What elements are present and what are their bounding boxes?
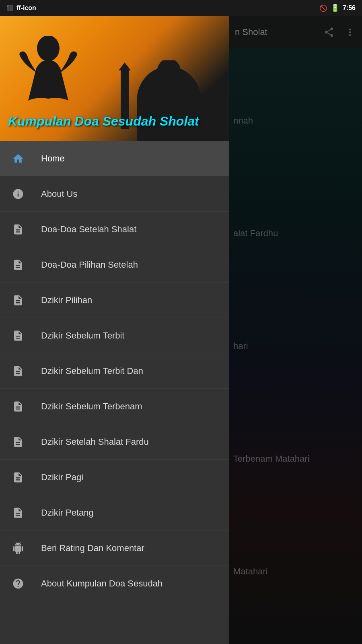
menu-item-dzikir-setelah-shalat-fardu[interactable]: Dzikir Setelah Shalat Fardu — [0, 424, 229, 460]
document-icon-4 — [10, 327, 27, 344]
menu-item-about-us[interactable]: About Us — [0, 176, 229, 212]
menu-item-beri-rating[interactable]: Beri Rating Dan Komentar — [0, 530, 229, 566]
menu-label-dzikir-sebelum-terbit-dan: Dzikir Sebelum Terbit Dan — [41, 366, 143, 376]
menu-label-about-us: About Us — [41, 189, 78, 199]
document-icon-9 — [10, 504, 27, 521]
document-icon-3 — [10, 292, 27, 309]
time-display: 7:56 — [343, 4, 356, 12]
status-bar: ⬛ ff-icon 🚫 🔋 7:56 — [0, 0, 362, 16]
menu-label-doa-setelah-shalat: Doa-Doa Setelah Shalat — [41, 224, 136, 235]
menu-label-dzikir-pilihan: Dzikir Pilihan — [41, 295, 92, 305]
document-icon-6 — [10, 398, 27, 415]
document-icon-1 — [10, 221, 27, 238]
status-left: ⬛ ff-icon — [6, 4, 36, 12]
svg-marker-2 — [119, 62, 131, 70]
menu-label-dzikir-petang: Dzikir Petang — [41, 508, 94, 518]
menu-label-dzikir-setelah-shalat-fardu: Dzikir Setelah Shalat Fardu — [41, 437, 149, 447]
menu-label-doa-pilihan: Doa-Doa Pilihan Setelah — [41, 260, 138, 270]
document-icon-2 — [10, 256, 27, 273]
menu-item-home[interactable]: Home — [0, 141, 229, 176]
menu-item-dzikir-sebelum-terbit[interactable]: Dzikir Sebelum Terbit — [0, 318, 229, 353]
menu-label-about-kumpulan: About Kumpulan Doa Sesudah — [41, 578, 162, 589]
app-title: Kumpulan Doa Sesudah Sholat — [8, 114, 199, 129]
menu-label-beri-rating: Beri Rating Dan Komentar — [41, 543, 144, 553]
status-right: 🚫 🔋 7:56 — [319, 4, 356, 12]
menu-item-dzikir-sebelum-terbit-dan[interactable]: Dzikir Sebelum Terbit Dan — [0, 353, 229, 389]
menu-item-doa-setelah-shalat[interactable]: Doa-Doa Setelah Shalat — [0, 212, 229, 247]
svg-point-0 — [37, 36, 60, 61]
menu-label-home: Home — [41, 153, 65, 164]
menu-item-doa-pilihan[interactable]: Doa-Doa Pilihan Setelah — [0, 247, 229, 283]
help-icon — [10, 575, 27, 592]
document-icon-8 — [10, 469, 27, 486]
menu-item-dzikir-petang[interactable]: Dzikir Petang — [0, 495, 229, 530]
document-icon-5 — [10, 363, 27, 380]
home-icon — [10, 150, 27, 167]
info-icon — [10, 186, 27, 202]
ff-label: ff-icon — [16, 4, 36, 12]
menu-item-dzikir-pilihan[interactable]: Dzikir Pilihan — [0, 283, 229, 318]
menu-item-about-kumpulan[interactable]: About Kumpulan Doa Sesudah — [0, 566, 229, 601]
screen-icon: ⬛ — [6, 5, 13, 11]
menu-label-dzikir-sebelum-terbenam: Dzikir Sebelum Terbenam — [41, 401, 142, 412]
drawer-header: Kumpulan Doa Sesudah Sholat — [0, 16, 229, 141]
navigation-drawer: Kumpulan Doa Sesudah Sholat Home About U… — [0, 16, 229, 644]
battery-icon: 🔋 — [331, 4, 339, 12]
menu-label-dzikir-pagi: Dzikir Pagi — [41, 472, 83, 483]
android-icon — [10, 540, 27, 557]
drawer-menu: Home About Us Doa-Doa Setelah Shalat — [0, 141, 229, 644]
mosque-silhouette — [117, 60, 205, 141]
menu-label-dzikir-sebelum-terbit: Dzikir Sebelum Terbit — [41, 330, 124, 341]
document-icon-7 — [10, 433, 27, 450]
signal-icon: 🚫 — [319, 4, 327, 12]
menu-item-dzikir-sebelum-terbenam[interactable]: Dzikir Sebelum Terbenam — [0, 389, 229, 424]
menu-item-dzikir-pagi[interactable]: Dzikir Pagi — [0, 460, 229, 495]
